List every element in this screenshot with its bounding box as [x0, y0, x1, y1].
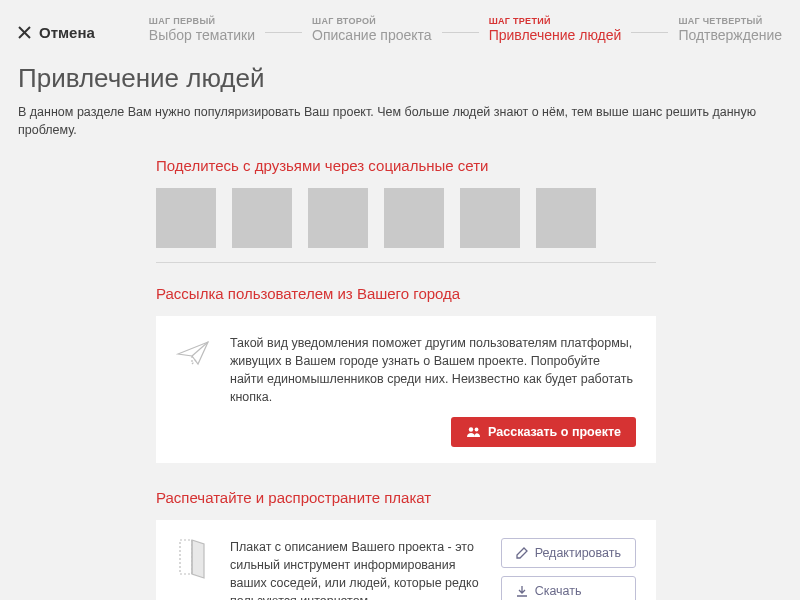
- header: Отмена ШАГ ПЕРВЫЙ Выбор тематики ШАГ ВТО…: [0, 0, 800, 43]
- poster-card: Плакат с описанием Вашего проекта - это …: [156, 520, 656, 601]
- city-broadcast-text: Такой вид уведомления поможет другим пол…: [230, 334, 636, 407]
- step-title: Подтверждение: [678, 27, 782, 43]
- social-share-box[interactable]: [156, 188, 216, 248]
- svg-point-2: [469, 427, 473, 431]
- step-separator: [442, 32, 479, 33]
- stepper: ШАГ ПЕРВЫЙ Выбор тематики ШАГ ВТОРОЙ Опи…: [149, 16, 782, 43]
- poster-text: Плакат с описанием Вашего проекта - это …: [230, 538, 485, 601]
- cancel-button[interactable]: Отмена: [18, 16, 95, 41]
- cancel-label: Отмена: [39, 24, 95, 41]
- download-icon: [516, 585, 528, 597]
- city-broadcast-card: Такой вид уведомления поможет другим пол…: [156, 316, 656, 463]
- main-content: Поделитесь с друзьями через социальные с…: [156, 157, 656, 600]
- poster-icon: [174, 538, 214, 578]
- step-3[interactable]: ШАГ ТРЕТИЙ Привлечение людей: [489, 16, 622, 43]
- step-1[interactable]: ШАГ ПЕРВЫЙ Выбор тематики: [149, 16, 255, 43]
- divider: [156, 262, 656, 263]
- section-title-social: Поделитесь с друзьями через социальные с…: [156, 157, 656, 174]
- people-icon: [466, 426, 481, 438]
- step-label: ШАГ ВТОРОЙ: [312, 16, 432, 26]
- button-label: Скачать: [535, 584, 582, 598]
- social-row: [156, 188, 656, 248]
- step-label: ШАГ ТРЕТИЙ: [489, 16, 622, 26]
- page-title: Привлечение людей: [18, 63, 800, 94]
- paper-plane-icon: [174, 334, 214, 374]
- social-share-box[interactable]: [384, 188, 444, 248]
- tell-about-project-button[interactable]: Рассказать о проекте: [451, 417, 636, 447]
- section-title-poster: Распечатайте и распространите плакат: [156, 489, 656, 506]
- social-share-box[interactable]: [536, 188, 596, 248]
- step-title: Привлечение людей: [489, 27, 622, 43]
- svg-rect-4: [180, 540, 192, 574]
- step-label: ШАГ ЧЕТВЕРТЫЙ: [678, 16, 782, 26]
- step-title: Выбор тематики: [149, 27, 255, 43]
- page-description: В данном разделе Вам нужно популяризиров…: [18, 104, 782, 139]
- close-icon: [18, 26, 31, 39]
- edit-poster-button[interactable]: Редактировать: [501, 538, 636, 568]
- step-4[interactable]: ШАГ ЧЕТВЕРТЫЙ Подтверждение: [678, 16, 782, 43]
- step-label: ШАГ ПЕРВЫЙ: [149, 16, 255, 26]
- social-share-box[interactable]: [308, 188, 368, 248]
- section-title-city: Рассылка пользователем из Вашего города: [156, 285, 656, 302]
- step-2[interactable]: ШАГ ВТОРОЙ Описание проекта: [312, 16, 432, 43]
- button-label: Редактировать: [535, 546, 621, 560]
- step-separator: [265, 32, 302, 33]
- step-separator: [631, 32, 668, 33]
- step-title: Описание проекта: [312, 27, 432, 43]
- social-share-box[interactable]: [232, 188, 292, 248]
- download-poster-button[interactable]: Скачать: [501, 576, 636, 601]
- svg-point-3: [475, 427, 479, 431]
- social-share-box[interactable]: [460, 188, 520, 248]
- pencil-icon: [516, 547, 528, 559]
- button-label: Рассказать о проекте: [488, 425, 621, 439]
